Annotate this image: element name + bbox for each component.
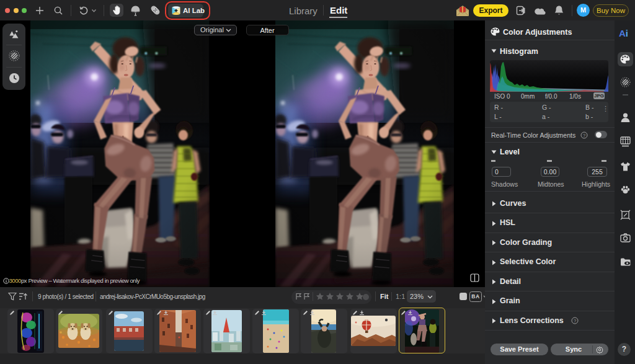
svg-text:?: ? [583,132,585,138]
svg-text:?: ? [574,318,576,324]
